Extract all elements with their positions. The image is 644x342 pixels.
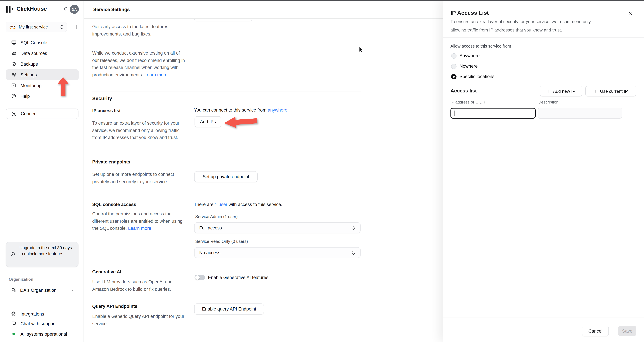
- service-readonly-value: No access: [199, 250, 220, 255]
- text-caret: [454, 111, 454, 116]
- ip-access-status-text: You can connect to this service from: [194, 108, 268, 113]
- sidebar-item-data-sources[interactable]: Data sources: [6, 48, 79, 59]
- section-divider: [92, 91, 360, 91]
- service-readonly-select[interactable]: No access: [194, 247, 360, 258]
- query-api-title: Query API Endpoints: [92, 304, 137, 309]
- upgrade-notice-text: Upgrade in the next 30 days to unlock mo…: [20, 245, 72, 257]
- system-status-label: All systems operational: [20, 332, 67, 337]
- sidebar-item-label: Integrations: [20, 311, 44, 316]
- anywhere-link[interactable]: anywhere: [268, 108, 287, 113]
- sidebar: ClickHouse DA aws My first service: [0, 0, 84, 342]
- add-service-button[interactable]: [72, 23, 80, 30]
- sql-console-access-title: SQL console access: [92, 202, 136, 207]
- organization-selector[interactable]: DA's Organization: [6, 285, 79, 295]
- panel-divider: [443, 37, 644, 37]
- intro-paragraph-2-text: While we conduct extensive testing on al…: [92, 51, 185, 77]
- save-button[interactable]: Save: [618, 326, 636, 336]
- release-channel-select-partial[interactable]: [194, 19, 252, 21]
- description-input[interactable]: [538, 108, 622, 119]
- service-selector-label: My first service: [19, 24, 57, 29]
- radio-nowhere[interactable]: [451, 64, 456, 69]
- organization-section-label: Organization: [9, 277, 33, 282]
- system-status[interactable]: All systems operational: [6, 329, 79, 339]
- radio-specific-locations-label[interactable]: Specific locations: [460, 74, 494, 79]
- sidebar-item-backups[interactable]: Backups: [6, 59, 79, 69]
- one-user-link[interactable]: 1 user: [215, 202, 228, 207]
- upgrade-notice[interactable]: Upgrade in the next 30 days to unlock mo…: [6, 242, 78, 267]
- page-title: Service Settings: [93, 7, 130, 12]
- toggle-knob: [195, 275, 200, 280]
- notifications-bell-icon[interactable]: [63, 6, 68, 12]
- ip-address-input[interactable]: [450, 108, 536, 119]
- service-admin-label: Service Admin (1 user): [195, 214, 238, 219]
- service-admin-value: Full access: [199, 225, 222, 230]
- service-selector[interactable]: aws My first service: [6, 22, 67, 32]
- fast-release-learn-more-link[interactable]: Learn more: [144, 72, 168, 77]
- sql-access-status-suffix: with access to this service.: [228, 202, 282, 207]
- radio-anywhere[interactable]: [451, 53, 456, 59]
- close-icon[interactable]: [628, 11, 633, 16]
- sql-access-status-line: There are 1 user with access to this ser…: [194, 202, 282, 207]
- annotation-arrow-settings: [57, 77, 69, 96]
- generative-ai-description: Use LLM providers such as OpenAI and Ama…: [92, 278, 190, 293]
- add-ips-button[interactable]: Add IPs: [194, 116, 221, 127]
- avatar[interactable]: DA: [70, 5, 79, 14]
- connect-button[interactable]: Connect: [6, 109, 78, 119]
- cancel-button[interactable]: Cancel: [582, 326, 609, 336]
- radio-nowhere-label[interactable]: Nowhere: [460, 64, 478, 69]
- setup-private-endpoint-button[interactable]: Set up private endpoint: [194, 171, 258, 182]
- sidebar-item-label: Chat with support: [20, 321, 56, 326]
- status-green-dot-icon: [12, 333, 15, 335]
- intro-paragraph-2: While we conduct extensive testing on al…: [92, 50, 186, 78]
- sql-access-learn-more-link[interactable]: Learn more: [128, 226, 151, 231]
- service-readonly-label: Service Read Only (0 users): [195, 239, 248, 244]
- use-current-ip-label: Use current IP: [600, 89, 628, 94]
- integrations-puzzle-icon: [11, 311, 16, 317]
- use-current-ip-button[interactable]: Use current IP: [585, 86, 636, 96]
- generative-ai-title: Generative AI: [92, 269, 121, 274]
- security-section-heading: Security: [92, 95, 112, 101]
- backups-history-icon: [11, 61, 16, 67]
- radio-anywhere-label[interactable]: Anywhere: [460, 53, 480, 59]
- chat-bubble-icon: [11, 321, 16, 326]
- private-endpoints-title: Private endpoints: [92, 160, 130, 165]
- plus-icon: [74, 24, 79, 29]
- connect-button-label: Connect: [21, 111, 38, 116]
- radio-specific-locations[interactable]: [451, 74, 456, 79]
- ip-access-list-title: IP access list: [92, 108, 120, 113]
- add-new-ip-label: Add new IP: [553, 89, 576, 94]
- aws-provider-icon: aws: [9, 25, 16, 29]
- ip-access-list-panel: IP Access List To ensure an extra layer …: [443, 0, 644, 342]
- sidebar-item-label: Help: [20, 94, 30, 99]
- sidebar-item-label: Data sources: [20, 51, 47, 56]
- enable-query-api-button[interactable]: Enable query API Endpoint: [194, 304, 264, 315]
- panel-title: IP Access List: [450, 10, 489, 16]
- mouse-cursor: [359, 46, 364, 54]
- chevron-updown-icon: [351, 250, 356, 255]
- sidebar-item-integrations[interactable]: Integrations: [6, 309, 79, 319]
- access-list-heading: Access list: [450, 88, 477, 93]
- monitoring-chart-icon: [11, 83, 16, 88]
- sidebar-item-sql-console[interactable]: SQL Console: [6, 37, 79, 48]
- sidebar-item-label: Backups: [20, 61, 38, 66]
- ip-cidr-column-label: IP address or CIDR: [450, 100, 485, 105]
- generative-ai-toggle[interactable]: [194, 275, 205, 280]
- add-new-ip-button[interactable]: Add new IP: [540, 86, 582, 96]
- service-admin-select[interactable]: Full access: [194, 222, 360, 233]
- sql-console-icon: [11, 40, 16, 45]
- sidebar-item-chat-support[interactable]: Chat with support: [6, 319, 79, 329]
- plus-icon: [594, 89, 598, 93]
- window-top-edge: [0, 0, 644, 0]
- generative-ai-toggle-label: Enable Generative AI features: [208, 275, 268, 280]
- clickhouse-logo-icon: [6, 6, 13, 13]
- intro-paragraph-1: Get early access to the latest features,…: [92, 23, 184, 37]
- chevron-updown-icon: [60, 24, 64, 29]
- ip-access-description: To ensure an extra layer of security for…: [92, 120, 186, 141]
- connect-wifi-icon: [12, 111, 17, 116]
- chevron-updown-icon: [351, 225, 356, 230]
- chevron-right-icon: [70, 288, 75, 292]
- private-endpoints-description: Set up one or more endpoints to connect …: [92, 171, 190, 185]
- app-root: ClickHouse DA aws My first service: [0, 0, 644, 342]
- plus-icon: [547, 89, 551, 93]
- sidebar-item-label: SQL Console: [20, 40, 47, 45]
